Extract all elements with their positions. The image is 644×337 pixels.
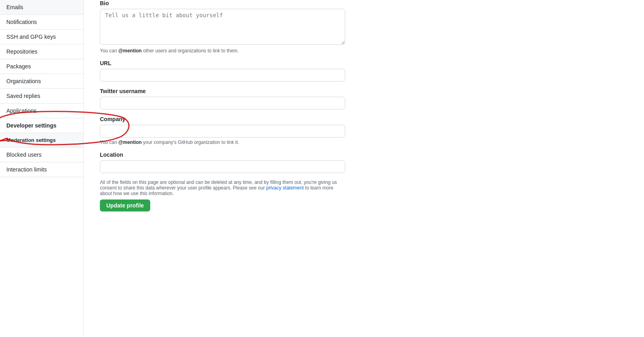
bio-group: Bio You can @mention other users and org…	[100, 0, 427, 54]
url-label: URL	[100, 60, 427, 66]
update-profile-button[interactable]: Update profile	[100, 199, 150, 211]
url-group: URL	[100, 60, 427, 82]
sidebar-item-ssh-gpg[interactable]: SSH and GPG keys	[0, 30, 83, 44]
company-note-suffix: your company's GitHub organization to li…	[142, 140, 239, 145]
bio-note: You can @mention other users and organiz…	[100, 48, 345, 54]
sidebar-item-packages[interactable]: Packages	[0, 59, 83, 74]
sidebar-item-blocked-users[interactable]: Blocked users	[0, 148, 83, 162]
company-note-prefix: You can	[100, 140, 118, 145]
twitter-label: Twitter username	[100, 88, 427, 94]
sidebar-item-repositories[interactable]: Repositories	[0, 44, 83, 59]
privacy-link[interactable]: privacy statement	[266, 185, 304, 191]
twitter-group: Twitter username	[100, 88, 427, 110]
bio-input[interactable]	[100, 9, 345, 45]
location-label: Location	[100, 152, 427, 158]
company-note: You can @mention your company's GitHub o…	[100, 140, 345, 145]
url-input[interactable]	[100, 69, 345, 82]
location-input[interactable]	[100, 160, 345, 173]
sidebar-item-notifications[interactable]: Notifications	[0, 15, 83, 30]
sidebar-item-saved-replies[interactable]: Saved replies	[0, 89, 83, 104]
company-group: Company You can @mention your company's …	[100, 116, 427, 145]
sidebar-item-developer-settings[interactable]: Developer settings	[0, 118, 83, 133]
bio-mention: @mention	[118, 48, 141, 54]
bio-note-prefix: You can	[100, 48, 118, 54]
sidebar: Emails Notifications SSH and GPG keys Re…	[0, 0, 84, 337]
location-group: Location	[100, 152, 427, 173]
footer-note: All of the fields on this page are optio…	[100, 179, 345, 196]
sidebar-item-organizations[interactable]: Organizations	[0, 74, 83, 89]
company-input[interactable]	[100, 125, 345, 138]
sidebar-item-interaction-limits[interactable]: Interaction limits	[0, 162, 83, 177]
moderation-settings-header: Moderation settings	[0, 133, 83, 148]
main-content: Bio You can @mention other users and org…	[84, 0, 443, 337]
company-label: Company	[100, 116, 427, 122]
company-mention: @mention	[118, 140, 141, 145]
developer-settings-row: Developer settings	[0, 118, 83, 133]
sidebar-item-emails[interactable]: Emails	[0, 0, 83, 15]
bio-label: Bio	[100, 0, 427, 6]
bio-note-suffix: other users and organizations to link to…	[142, 48, 239, 54]
twitter-input[interactable]	[100, 97, 345, 110]
sidebar-item-applications[interactable]: Applications	[0, 104, 83, 118]
